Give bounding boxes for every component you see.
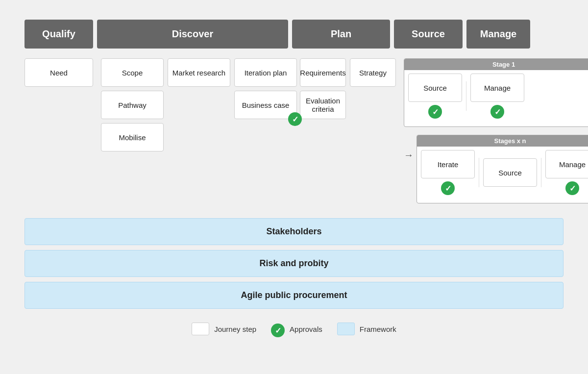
legend-journey-step: Journey step [192,323,256,335]
stage1-manage-check: ✓ [490,105,504,119]
stages-xn-divider1 [479,158,479,187]
journey-area: Need Scope Pathway Mobilise Market resea… [24,58,564,203]
legend-journey-icon [192,323,209,335]
legend-approval-icon: ✓ [271,324,285,337]
phase-source: Source [394,20,463,49]
legend-framework: Framework [337,323,396,335]
stage1-source-col: Source ✓ [408,74,462,119]
stage1-cols: Source ✓ Manage ✓ [408,74,588,119]
step-business-case[interactable]: Business case [234,91,297,119]
phase-plan: Plan [292,20,390,49]
bottom-stakeholders[interactable]: Stakeholders [24,218,564,245]
step-strategy[interactable]: Strategy [350,58,396,87]
discover-subcol-2: Market research [168,58,230,151]
legend-framework-icon [337,323,355,335]
stages-xn-container: Stages x n Iterate ✓ Source Manage [416,135,588,203]
step-iteration-plan[interactable]: Iteration plan [234,58,297,87]
step-requirements[interactable]: Requirements [300,58,346,87]
stage1-manage-col: Manage ✓ [470,74,524,119]
step-scope[interactable]: Scope [101,58,164,87]
stage1-header: Stage 1 [404,59,588,70]
step-eval-criteria[interactable]: Evaluation criteria [300,91,346,119]
stage1-source[interactable]: Source [408,74,462,102]
plan-row-1: Requirements Strategy [300,58,396,87]
stages-xn-iterate-check: ✓ [441,181,455,195]
stages-xn-manage[interactable]: Manage [545,150,588,178]
stages-xn-source-col: Source [483,158,537,187]
stages-xn-iterate-col: Iterate ✓ [421,150,475,195]
legend-approvals-label: Approvals [290,325,322,333]
stages-xn-divider2 [541,158,541,187]
stages-area: Stage 1 Source ✓ Manage ✓ → St [404,58,588,203]
stages-xn-wrapper: → Stages x n Iterate ✓ Source [404,135,588,203]
stage1-divider [466,81,466,111]
discover-subcol-3: Iteration plan Business case ✓ [234,58,297,151]
stages-xn-header: Stages x n [417,135,588,147]
stage1-container: Stage 1 Source ✓ Manage ✓ [404,58,588,127]
discover-subcol-1: Scope Pathway Mobilise [101,58,164,151]
legend-framework-label: Framework [360,325,396,333]
stage1-source-check: ✓ [428,105,442,119]
stages-xn-iterate[interactable]: Iterate [421,150,475,178]
stages-xn-manage-col: Manage ✓ [545,150,588,195]
step-market-research[interactable]: Market research [168,58,230,87]
bottom-section: Stakeholders Risk and probity Agile publ… [24,218,564,309]
bottom-agile[interactable]: Agile public procurement [24,282,564,309]
plan-column: Requirements Strategy Evaluation criteri… [300,58,396,119]
stages-xn-manage-check: ✓ [565,181,579,195]
bottom-risk[interactable]: Risk and probity [24,250,564,277]
step-mobilise[interactable]: Mobilise [101,123,164,151]
phase-discover: Discover [97,20,288,49]
step-pathway[interactable]: Pathway [101,91,164,119]
discover-column: Scope Pathway Mobilise Market research I… [101,58,292,151]
approval-checkmark-business-case: ✓ [288,109,302,126]
phase-manage: Manage [466,20,530,49]
qualify-column: Need [24,58,93,87]
stages-xn-source[interactable]: Source [483,158,537,187]
stage1-manage[interactable]: Manage [470,74,524,102]
step-need[interactable]: Need [24,58,93,87]
plan-row-2: Evaluation criteria [300,91,396,119]
stages-xn-cols: Iterate ✓ Source Manage ✓ [421,150,588,195]
legend-approvals: ✓ Approvals [271,321,322,337]
legend-journey-label: Journey step [214,325,256,333]
stages-xn-arrow: → [404,150,414,161]
phase-qualify: Qualify [24,20,93,49]
phases-row: Qualify Discover Plan Source Manage [24,20,564,49]
legend: Journey step ✓ Approvals Framework [24,321,564,337]
